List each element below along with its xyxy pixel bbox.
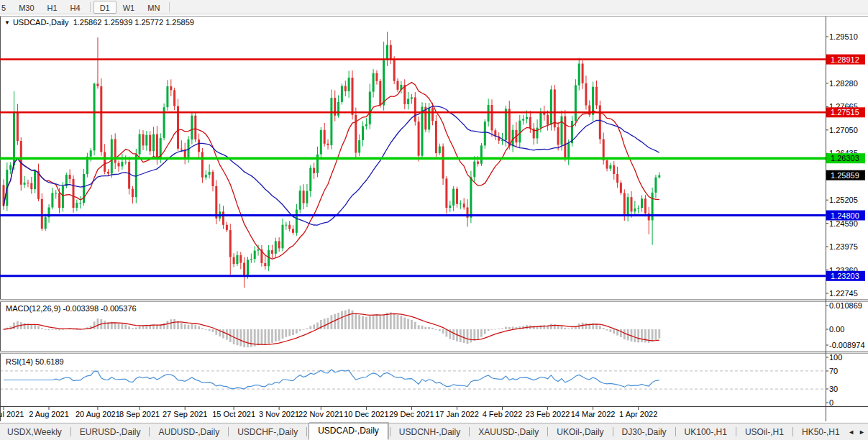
tab-separator — [675, 427, 676, 436]
svg-text:1.24800: 1.24800 — [831, 211, 859, 220]
svg-text:14 Jul 2021: 14 Jul 2021 — [0, 410, 24, 418]
svg-text:1.29510: 1.29510 — [829, 32, 858, 41]
svg-text:1.28912: 1.28912 — [831, 55, 859, 64]
chart-tab-usdx[interactable]: USDX,Weekly — [0, 425, 69, 439]
macd-indicator-label: MACD(12,26,9) -0.003398 -0.005376 — [6, 304, 137, 313]
svg-text:20 Aug 2021: 20 Aug 2021 — [76, 410, 120, 418]
chart-tab-usdcnh[interactable]: USDCNH-,Daily — [392, 425, 467, 439]
tab-separator — [613, 427, 613, 436]
svg-text:27 Sep 2021: 27 Sep 2021 — [163, 410, 207, 418]
svg-text:0.00: 0.00 — [829, 325, 844, 334]
svg-text:1.25205: 1.25205 — [829, 196, 858, 204]
chart-tab-xauusd[interactable]: XAUUSD-,Daily — [471, 425, 546, 439]
svg-text:30: 30 — [829, 385, 838, 393]
svg-text:1 Apr 2022: 1 Apr 2022 — [619, 410, 657, 418]
chart-tab-usdchf[interactable]: USDCHF-,Daily — [230, 425, 305, 439]
chart-window[interactable]: 1.295101.288951.282801.276651.270501.264… — [0, 14, 868, 423]
svg-text:17 Jan 2022: 17 Jan 2022 — [435, 410, 479, 418]
tab-separator — [228, 427, 229, 436]
price-level-badge-1.26303: 1.26303 — [826, 153, 865, 163]
chart-tab-hk50[interactable]: HK50-,H1 — [795, 425, 847, 439]
tab-separator — [736, 427, 736, 436]
tab-separator — [547, 427, 548, 436]
tabs-scroll-left-icon[interactable]: ◄ — [848, 428, 854, 436]
svg-text:23 Feb 2022: 23 Feb 2022 — [526, 410, 570, 418]
chart-tab-usoil[interactable]: USOil-,H1 — [738, 425, 791, 439]
chart-tab-audusd[interactable]: AUDUSD-,Daily — [151, 425, 227, 439]
chart-ohlc-values: 1.25862 1.25939 1.25772 1.25859 — [73, 18, 194, 27]
svg-text:22 Nov 2021: 22 Nov 2021 — [298, 410, 343, 418]
price-level-badge-1.24800: 1.24800 — [826, 211, 865, 221]
chart-tab-bar: USDX,WeeklyEURUSD-,DailyAUDUSD-,DailyUSD… — [0, 423, 868, 440]
current-price-badge: 1.25859 — [826, 170, 865, 180]
tab-separator — [306, 427, 307, 436]
svg-text:100: 100 — [829, 353, 842, 362]
svg-text:15 Oct 2021: 15 Oct 2021 — [212, 410, 255, 418]
chart-tab-dj30[interactable]: DJ30-,Daily — [615, 425, 674, 439]
tab-separator — [792, 427, 793, 436]
chart-background — [0, 14, 868, 423]
tab-separator — [149, 427, 150, 436]
price-level-badge-1.28912: 1.28912 — [826, 55, 865, 65]
svg-text:2 Aug 2021: 2 Aug 2021 — [29, 410, 69, 418]
tabs-scroll-right-icon[interactable]: ► — [859, 428, 865, 436]
svg-text:14 Mar 2022: 14 Mar 2022 — [571, 410, 616, 418]
svg-text:8 Sep 2021: 8 Sep 2021 — [119, 410, 160, 418]
svg-text:1.26303: 1.26303 — [831, 154, 859, 162]
svg-text:1.23975: 1.23975 — [829, 242, 858, 251]
tab-separator — [70, 427, 71, 436]
svg-text:10 Dec 2021: 10 Dec 2021 — [344, 410, 388, 418]
rsi-indicator-label: RSI(14) 50.6189 — [6, 357, 64, 366]
symbol-dropdown-icon[interactable]: ▼ — [4, 19, 10, 26]
tab-separator — [390, 427, 390, 436]
svg-text:4 Feb 2022: 4 Feb 2022 — [483, 410, 523, 418]
chart-canvas[interactable]: 1.295101.288951.282801.276651.270501.264… — [0, 0, 868, 423]
svg-text:-0.008974: -0.008974 — [829, 341, 865, 349]
tab-separator — [469, 427, 470, 436]
svg-text:29 Dec 2021: 29 Dec 2021 — [389, 410, 434, 418]
svg-text:1.23203: 1.23203 — [831, 272, 859, 280]
svg-text:1.28280: 1.28280 — [829, 79, 858, 88]
svg-text:1.27050: 1.27050 — [829, 126, 858, 134]
chart-tab-ukoil[interactable]: UKOil-,Daily — [549, 425, 611, 439]
svg-text:3 Nov 2021: 3 Nov 2021 — [259, 410, 299, 418]
price-level-badge-1.27515: 1.27515 — [826, 107, 865, 117]
chart-title[interactable]: ▼USDCAD-,Daily 1.25862 1.25939 1.25772 1… — [4, 18, 194, 27]
chart-tab-uk100[interactable]: UK100-,H1 — [677, 425, 734, 439]
svg-text:0: 0 — [829, 398, 833, 407]
svg-text:70: 70 — [829, 367, 838, 375]
price-level-badge-1.23203: 1.23203 — [826, 271, 865, 281]
svg-text:1.27515: 1.27515 — [831, 108, 859, 116]
chart-tab-eurusd[interactable]: EURUSD-,Daily — [73, 425, 148, 439]
svg-text:1.25859: 1.25859 — [831, 171, 859, 180]
chart-tab-usdcad[interactable]: USDCAD-,Daily — [309, 423, 388, 440]
chart-symbol-label: USDCAD-,Daily — [13, 18, 69, 27]
svg-text:1.22745: 1.22745 — [829, 289, 858, 298]
svg-text:0.010869: 0.010869 — [829, 301, 862, 310]
